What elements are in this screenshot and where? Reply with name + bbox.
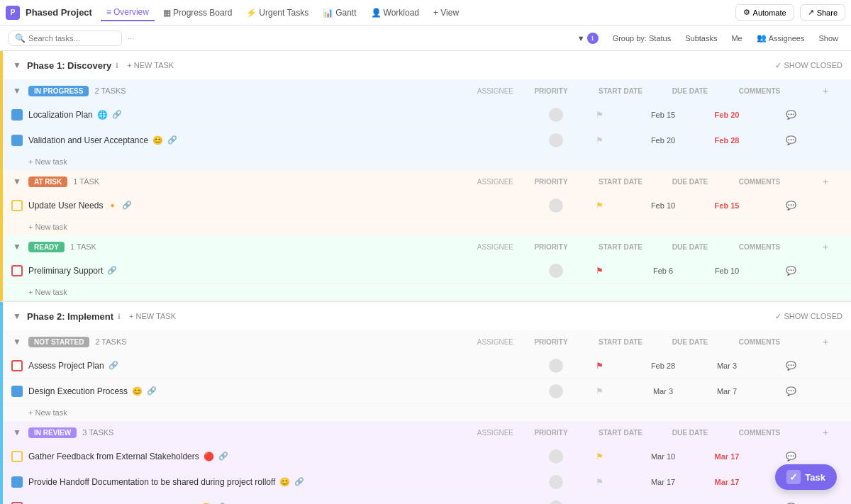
new-task-row[interactable]: + New task — [3, 284, 851, 301]
phase-title-phase1: Phase 1: Discovery — [27, 60, 111, 71]
assignees-filter[interactable]: 👥 Assignees — [752, 32, 809, 44]
new-task-row[interactable]: + New task — [3, 218, 851, 235]
task-row[interactable]: Assess Project Plan 🔗 ⚑ Feb 28 Mar 3 💬 — [3, 353, 851, 379]
priority-col-header: PRIORITY — [519, 338, 583, 346]
show-filter[interactable]: Show — [814, 33, 842, 44]
status-collapse-inprogress[interactable]: ▼ — [11, 85, 23, 96]
task-checkbox[interactable] — [11, 476, 23, 488]
task-checkbox[interactable] — [11, 360, 23, 371]
add-field-icon[interactable]: + — [823, 85, 842, 96]
tab-gantt[interactable]: 📊 Gantt — [317, 5, 362, 21]
status-collapse-atrisk[interactable]: ▼ — [11, 176, 23, 187]
assignee-avatar — [549, 264, 563, 278]
status-collapse-ready[interactable]: ▼ — [11, 241, 23, 252]
priority-flag-normal: ⚑ — [596, 477, 604, 487]
tab-workload[interactable]: 👤 Workload — [365, 5, 425, 21]
phase-collapse-phase2[interactable]: ▼ — [11, 310, 23, 322]
add-field-icon[interactable]: + — [823, 427, 842, 438]
task-link-icon[interactable]: 🔗 — [112, 110, 122, 119]
tab-overview[interactable]: ≡ Overview — [101, 4, 155, 21]
me-filter[interactable]: Me — [727, 33, 746, 44]
new-task-fab[interactable]: ✓ Task — [775, 464, 837, 490]
tab-progress-board[interactable]: ▦ Progress Board — [157, 5, 238, 21]
assignee-avatar — [549, 133, 563, 147]
top-nav: P Phased Project ≡ Overview ▦ Progress B… — [0, 0, 851, 26]
subtasks-filter[interactable]: Subtasks — [681, 33, 721, 44]
start-date-cell: Feb 6 — [631, 267, 695, 275]
phase-collapse-phase1[interactable]: ▼ — [11, 60, 23, 71]
status-collapse-inreview[interactable]: ▼ — [11, 427, 23, 438]
due-date-col-header: DUE DATE — [658, 178, 722, 186]
add-field-icon[interactable]: + — [823, 336, 842, 347]
status-group-inprogress: ▼ IN PROGRESS 2 TASKS ASSIGNEE PRIORITY … — [3, 79, 851, 170]
more-options-icon[interactable]: ··· — [128, 34, 134, 43]
start-date-cell: Mar 3 — [631, 387, 695, 396]
task-link-icon[interactable]: 🔗 — [218, 452, 228, 461]
task-row[interactable]: Gather Feedback from External Stakeholde… — [3, 444, 851, 469]
comments-cell: 💬 — [759, 361, 823, 371]
assignee-avatar — [549, 108, 563, 122]
show-closed-btn[interactable]: ✓ SHOW CLOSED — [775, 61, 842, 70]
assignee-avatar — [549, 384, 563, 398]
task-link-icon[interactable]: 🔗 — [122, 201, 132, 210]
search-box[interactable]: 🔍 — [9, 30, 122, 46]
status-collapse-notstarted1[interactable]: ▼ — [11, 336, 23, 347]
task-row[interactable]: Preliminary Support 🔗 ⚑ Feb 6 Feb 10 💬 — [3, 258, 851, 284]
task-link-icon[interactable]: 🔗 — [107, 266, 117, 275]
search-input[interactable] — [28, 34, 116, 43]
task-count-notstarted1: 2 TASKS — [95, 337, 126, 346]
phase-title-phase2: Phase 2: Implement — [27, 311, 113, 322]
task-checkbox[interactable] — [11, 502, 23, 505]
group-by-filter[interactable]: Group by: Status — [608, 33, 676, 44]
start-date-cell: Feb 10 — [631, 201, 695, 210]
show-closed-btn[interactable]: ✓ SHOW CLOSED — [775, 312, 842, 321]
phase-info-icon[interactable]: ℹ — [116, 62, 118, 69]
task-link-icon[interactable]: 🔗 — [147, 386, 157, 396]
task-checkbox[interactable] — [11, 386, 23, 397]
due-date-col-header: DUE DATE — [658, 87, 722, 95]
assignee-avatar — [549, 475, 563, 489]
task-link-icon[interactable]: 🔗 — [167, 135, 177, 145]
automate-button[interactable]: ⚙ Automate — [735, 4, 794, 21]
task-checkbox[interactable] — [11, 200, 23, 211]
main-content: ▼ Phase 1: Discovery ℹ + NEW TASK ✓ SHOW… — [0, 51, 851, 504]
task-name: Validation and User Acceptance 😊 🔗 — [28, 135, 545, 145]
status-badge-atrisk: AT RISK — [28, 177, 67, 187]
phase-new-task-btn[interactable]: + NEW TASK — [123, 60, 178, 71]
task-link-icon[interactable]: 🔗 — [109, 361, 118, 370]
task-emoji: 🔸 — [107, 201, 118, 211]
comment-icon: 💬 — [786, 201, 796, 211]
assignee-cell — [545, 359, 567, 373]
task-row[interactable]: Design Execution Process 😊 🔗 ⚑ Mar 3 Mar… — [3, 379, 851, 404]
toolbar: 🔍 ··· ▼ 1 Group by: Status Subtasks Me 👥… — [0, 26, 851, 51]
add-field-icon[interactable]: + — [823, 241, 842, 252]
task-row[interactable]: Provide Handoff Documentation to be shar… — [3, 469, 851, 495]
status-badge-notstarted1: NOT STARTED — [28, 337, 89, 347]
priority-cell: ⚑ — [567, 110, 631, 120]
phase-info-icon[interactable]: ℹ — [118, 313, 121, 320]
new-task-row[interactable]: + New task — [3, 404, 851, 421]
task-row[interactable]: Localization Plan 🌐 🔗 ⚑ Feb 15 Feb 20 💬 — [3, 102, 851, 128]
task-link-icon[interactable]: 🔗 — [294, 477, 304, 486]
start-date-cell: Mar 17 — [631, 478, 695, 486]
priority-cell: ⚑ — [567, 477, 631, 487]
due-date-cell: Mar 17 — [695, 478, 759, 486]
status-badge-ready: READY — [28, 242, 65, 252]
assignee-avatar — [549, 198, 563, 213]
task-checkbox[interactable] — [11, 109, 23, 121]
filter-count-badge[interactable]: ▼ 1 — [573, 31, 603, 45]
task-checkbox[interactable] — [11, 265, 23, 276]
task-checkbox[interactable] — [11, 451, 23, 462]
task-row[interactable]: Gather Feedback from Internal Stakeholde… — [3, 495, 851, 504]
add-field-icon[interactable]: + — [823, 176, 842, 187]
new-task-row[interactable]: + New task — [3, 153, 851, 170]
share-button[interactable]: ↗ Share — [800, 4, 845, 21]
assignee-avatar — [549, 359, 563, 373]
priority-col-header: PRIORITY — [519, 87, 583, 95]
task-checkbox[interactable] — [11, 135, 23, 146]
task-row[interactable]: Validation and User Acceptance 😊 🔗 ⚑ Feb… — [3, 128, 851, 153]
phase-new-task-btn[interactable]: + NEW TASK — [125, 310, 180, 322]
tab-urgent-tasks[interactable]: ⚡ Urgent Tasks — [240, 5, 314, 21]
tab-add-view[interactable]: + View — [428, 5, 465, 21]
task-row[interactable]: Update User Needs 🔸 🔗 ⚑ Feb 10 Feb 15 💬 — [3, 193, 851, 218]
